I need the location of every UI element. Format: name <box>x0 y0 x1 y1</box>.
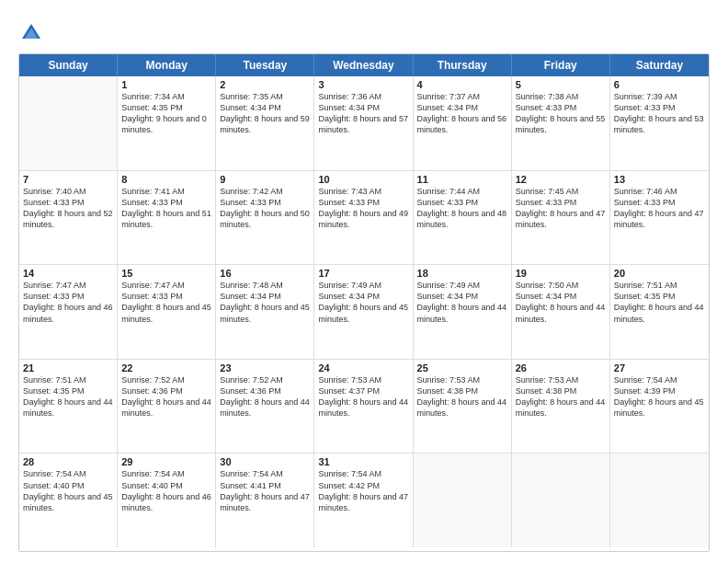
calendar: SundayMondayTuesdayWednesdayThursdayFrid… <box>18 53 710 552</box>
sunset-text: Sunset: 4:33 PM <box>23 197 113 208</box>
calendar-cell: 12Sunrise: 7:45 AMSunset: 4:33 PMDayligh… <box>512 171 610 265</box>
sunset-text: Sunset: 4:33 PM <box>614 102 705 113</box>
sunset-text: Sunset: 4:34 PM <box>417 291 507 302</box>
sunset-text: Sunset: 4:33 PM <box>318 197 408 208</box>
sunset-text: Sunset: 4:35 PM <box>23 385 113 396</box>
day-number: 8 <box>121 174 211 185</box>
calendar-cell: 25Sunrise: 7:53 AMSunset: 4:38 PMDayligh… <box>414 360 512 454</box>
daylight-text: Daylight: 8 hours and 44 minutes. <box>516 302 606 324</box>
calendar-row: 21Sunrise: 7:51 AMSunset: 4:35 PMDayligh… <box>19 360 709 454</box>
calendar-cell: 4Sunrise: 7:37 AMSunset: 4:34 PMDaylight… <box>414 76 512 170</box>
header-day: Monday <box>118 54 216 76</box>
day-number: 31 <box>318 456 408 467</box>
daylight-text: Daylight: 8 hours and 45 minutes. <box>318 302 408 324</box>
daylight-text: Daylight: 8 hours and 56 minutes. <box>417 113 507 135</box>
calendar-cell: 1Sunrise: 7:34 AMSunset: 4:35 PMDaylight… <box>118 76 216 170</box>
day-number: 29 <box>121 456 211 467</box>
daylight-text: Daylight: 8 hours and 47 minutes. <box>516 208 606 230</box>
daylight-text: Daylight: 8 hours and 47 minutes. <box>614 208 705 230</box>
sunrise-text: Sunrise: 7:48 AM <box>220 280 310 291</box>
header <box>18 17 710 46</box>
sunset-text: Sunset: 4:34 PM <box>220 102 310 113</box>
calendar-cell: 13Sunrise: 7:46 AMSunset: 4:33 PMDayligh… <box>610 171 709 265</box>
calendar-cell: 29Sunrise: 7:54 AMSunset: 4:40 PMDayligh… <box>118 454 216 547</box>
sunrise-text: Sunrise: 7:54 AM <box>318 468 408 479</box>
daylight-text: Daylight: 8 hours and 45 minutes. <box>121 302 211 324</box>
calendar-row: 1Sunrise: 7:34 AMSunset: 4:35 PMDaylight… <box>19 76 709 171</box>
sunrise-text: Sunrise: 7:38 AM <box>516 91 606 102</box>
daylight-text: Daylight: 8 hours and 46 minutes. <box>23 302 113 324</box>
sunset-text: Sunset: 4:33 PM <box>220 197 310 208</box>
daylight-text: Daylight: 8 hours and 46 minutes. <box>121 491 211 513</box>
sunrise-text: Sunrise: 7:53 AM <box>516 374 606 385</box>
sunset-text: Sunset: 4:37 PM <box>318 385 408 396</box>
sunrise-text: Sunrise: 7:41 AM <box>121 186 211 197</box>
calendar-cell: 11Sunrise: 7:44 AMSunset: 4:33 PMDayligh… <box>414 171 512 265</box>
header-day: Friday <box>512 54 610 76</box>
sunrise-text: Sunrise: 7:49 AM <box>318 280 408 291</box>
sunrise-text: Sunrise: 7:53 AM <box>318 374 408 385</box>
sunset-text: Sunset: 4:42 PM <box>318 480 408 491</box>
sunrise-text: Sunrise: 7:54 AM <box>121 468 211 479</box>
sunset-text: Sunset: 4:39 PM <box>614 385 705 396</box>
sunrise-text: Sunrise: 7:44 AM <box>417 186 507 197</box>
daylight-text: Daylight: 8 hours and 44 minutes. <box>23 396 113 419</box>
calendar-row: 14Sunrise: 7:47 AMSunset: 4:33 PMDayligh… <box>19 265 709 360</box>
day-number: 23 <box>220 362 310 373</box>
day-number: 18 <box>417 268 507 279</box>
day-number: 9 <box>220 174 310 185</box>
day-number: 5 <box>516 79 606 90</box>
sunrise-text: Sunrise: 7:47 AM <box>23 280 113 291</box>
day-number: 21 <box>23 362 113 373</box>
sunrise-text: Sunrise: 7:45 AM <box>516 186 606 197</box>
calendar-cell: 26Sunrise: 7:53 AMSunset: 4:38 PMDayligh… <box>512 360 610 454</box>
sunset-text: Sunset: 4:34 PM <box>318 102 408 113</box>
daylight-text: Daylight: 8 hours and 47 minutes. <box>318 491 408 513</box>
day-number: 4 <box>417 79 507 90</box>
sunset-text: Sunset: 4:35 PM <box>614 291 705 302</box>
day-number: 10 <box>318 174 408 185</box>
calendar-row: 28Sunrise: 7:54 AMSunset: 4:40 PMDayligh… <box>19 454 709 547</box>
daylight-text: Daylight: 8 hours and 57 minutes. <box>318 113 408 135</box>
sunrise-text: Sunrise: 7:43 AM <box>318 186 408 197</box>
logo <box>18 20 48 46</box>
sunset-text: Sunset: 4:34 PM <box>516 291 606 302</box>
day-number: 30 <box>220 456 310 467</box>
day-number: 24 <box>318 362 408 373</box>
calendar-cell: 28Sunrise: 7:54 AMSunset: 4:40 PMDayligh… <box>19 454 118 547</box>
daylight-text: Daylight: 8 hours and 53 minutes. <box>614 113 705 135</box>
day-number: 27 <box>614 362 705 373</box>
sunrise-text: Sunrise: 7:54 AM <box>220 468 310 479</box>
sunrise-text: Sunrise: 7:47 AM <box>121 280 211 291</box>
day-number: 17 <box>318 268 408 279</box>
sunrise-text: Sunrise: 7:42 AM <box>220 186 310 197</box>
sunrise-text: Sunrise: 7:35 AM <box>220 91 310 102</box>
logo-icon <box>18 20 44 46</box>
sunset-text: Sunset: 4:34 PM <box>417 102 507 113</box>
day-number: 20 <box>614 268 705 279</box>
daylight-text: Daylight: 8 hours and 50 minutes. <box>220 208 310 230</box>
calendar-body: 1Sunrise: 7:34 AMSunset: 4:35 PMDaylight… <box>19 76 709 547</box>
calendar-cell: 3Sunrise: 7:36 AMSunset: 4:34 PMDaylight… <box>314 76 413 170</box>
daylight-text: Daylight: 9 hours and 0 minutes. <box>121 113 211 135</box>
calendar-cell: 22Sunrise: 7:52 AMSunset: 4:36 PMDayligh… <box>118 360 216 454</box>
calendar-cell: 7Sunrise: 7:40 AMSunset: 4:33 PMDaylight… <box>19 171 118 265</box>
header-day: Sunday <box>19 54 118 76</box>
calendar-header: SundayMondayTuesdayWednesdayThursdayFrid… <box>19 54 709 76</box>
sunrise-text: Sunrise: 7:46 AM <box>614 186 705 197</box>
day-number: 13 <box>614 174 705 185</box>
calendar-cell: 15Sunrise: 7:47 AMSunset: 4:33 PMDayligh… <box>118 265 216 359</box>
daylight-text: Daylight: 8 hours and 44 minutes. <box>614 302 705 324</box>
sunset-text: Sunset: 4:36 PM <box>220 385 310 396</box>
day-number: 16 <box>220 268 310 279</box>
sunrise-text: Sunrise: 7:51 AM <box>614 280 705 291</box>
calendar-cell: 6Sunrise: 7:39 AMSunset: 4:33 PMDaylight… <box>610 76 709 170</box>
sunset-text: Sunset: 4:33 PM <box>516 197 606 208</box>
daylight-text: Daylight: 8 hours and 47 minutes. <box>220 491 310 513</box>
daylight-text: Daylight: 8 hours and 44 minutes. <box>220 396 310 419</box>
calendar-cell: 18Sunrise: 7:49 AMSunset: 4:34 PMDayligh… <box>414 265 512 359</box>
header-day: Saturday <box>610 54 709 76</box>
sunset-text: Sunset: 4:34 PM <box>318 291 408 302</box>
daylight-text: Daylight: 8 hours and 52 minutes. <box>23 208 113 230</box>
sunset-text: Sunset: 4:36 PM <box>121 385 211 396</box>
